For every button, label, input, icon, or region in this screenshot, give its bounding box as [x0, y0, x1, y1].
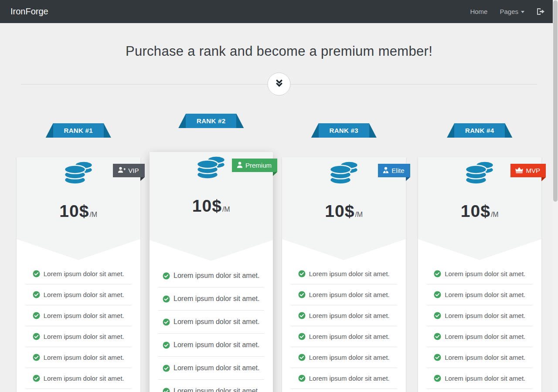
feature-item: Lorem ipsum dolor sit amet.	[427, 284, 533, 305]
feature-item: Lorem ipsum dolor sit amet.	[427, 389, 533, 392]
nav-link-home[interactable]: Home	[470, 8, 487, 15]
feature-list: Lorem ipsum dolor sit amet. Lorem ipsum …	[282, 260, 406, 392]
card-body: MVP 10$	[418, 157, 542, 392]
feature-text: Lorem ipsum dolor sit amet.	[445, 270, 525, 277]
rank-label: RANK #1	[53, 123, 104, 138]
check-circle-icon	[33, 333, 40, 340]
feature-item: Lorem ipsum dolor sit amet.	[25, 368, 132, 389]
feature-text: Lorem ipsum dolor sit amet.	[44, 375, 124, 382]
badge-fold	[406, 177, 410, 181]
price-period: /M	[89, 211, 97, 219]
nav-link-pages[interactable]: Pages	[500, 8, 524, 15]
feature-item: Lorem ipsum dolor sit amet.	[427, 305, 533, 326]
badge-label: Elite	[391, 167, 404, 174]
feature-item: Lorem ipsum dolor sit amet.	[158, 357, 265, 380]
brand-logo[interactable]: IronForge	[10, 7, 48, 17]
feature-item: Lorem ipsum dolor sit amet.	[25, 305, 132, 326]
price: 10$ /M	[418, 202, 542, 221]
navbar-links: Home Pages	[470, 8, 545, 15]
price-amount: 10$	[192, 196, 222, 216]
check-circle-icon	[163, 295, 170, 303]
feature-text: Lorem ipsum dolor sit amet.	[445, 354, 525, 361]
chevron-down-icon	[521, 11, 524, 13]
feature-text: Lorem ipsum dolor sit amet.	[174, 295, 259, 303]
feature-text: Lorem ipsum dolor sit amet.	[445, 333, 525, 340]
feature-item: Lorem ipsum dolor sit amet.	[158, 287, 265, 311]
rank-label: RANK #2	[186, 114, 236, 128]
card-body: VIP 10$	[17, 157, 140, 392]
check-circle-icon	[163, 341, 170, 349]
scroll-down-button[interactable]	[268, 73, 291, 96]
scrollbar[interactable]	[553, 0, 558, 392]
feature-text: Lorem ipsum dolor sit amet.	[445, 375, 525, 382]
feature-item: Lorem ipsum dolor sit amet.	[427, 326, 533, 347]
rank-badge: Premium	[232, 159, 277, 172]
feature-item: Lorem ipsum dolor sit amet.	[158, 311, 265, 334]
nav-link-home-label: Home	[470, 8, 487, 15]
rank-ribbon: RANK #3	[311, 123, 377, 138]
badge-label: VIP	[128, 167, 139, 174]
pricing-card: RANK #1 VIP	[17, 123, 140, 392]
pricing-card: RANK #3 Elite	[282, 123, 406, 392]
feature-list: Lorem ipsum dolor sit amet. Lorem ipsum …	[150, 261, 273, 392]
feature-text: Lorem ipsum dolor sit amet.	[309, 312, 390, 319]
feature-list: Lorem ipsum dolor sit amet. Lorem ipsum …	[17, 260, 140, 392]
feature-item: Lorem ipsum dolor sit amet.	[291, 264, 397, 284]
feature-item: Lorem ipsum dolor sit amet.	[25, 264, 132, 284]
page-title: Purchase a rank and become a premium mem…	[0, 44, 558, 59]
feature-text: Lorem ipsum dolor sit amet.	[309, 291, 390, 298]
feature-text: Lorem ipsum dolor sit amet.	[44, 312, 124, 319]
feature-item: Lorem ipsum dolor sit amet.	[291, 284, 397, 305]
feature-item: Lorem ipsum dolor sit amet.	[427, 347, 533, 368]
navbar: IronForge Home Pages	[0, 0, 558, 23]
badge-fold	[273, 172, 277, 176]
feature-text: Lorem ipsum dolor sit amet.	[309, 270, 390, 277]
check-circle-icon	[298, 312, 306, 319]
feature-item: Lorem ipsum dolor sit amet.	[291, 368, 397, 389]
check-circle-icon	[434, 312, 441, 319]
pricing-card: RANK #2 Premium	[150, 114, 273, 392]
check-circle-icon	[298, 354, 306, 361]
feature-item: Lorem ipsum dolor sit amet.	[25, 389, 132, 392]
check-circle-icon	[33, 270, 40, 277]
rank-ribbon: RANK #2	[178, 114, 244, 128]
user-tie-icon	[383, 167, 389, 175]
price-period: /M	[222, 206, 230, 213]
rank-badge: MVP	[510, 164, 546, 177]
price-amount: 10$	[59, 202, 89, 221]
feature-text: Lorem ipsum dolor sit amet.	[174, 364, 259, 372]
feature-item: Lorem ipsum dolor sit amet.	[291, 326, 397, 347]
feature-item: Lorem ipsum dolor sit amet.	[427, 368, 533, 389]
feature-list: Lorem ipsum dolor sit amet. Lorem ipsum …	[418, 260, 542, 392]
rank-label: RANK #4	[454, 123, 505, 138]
check-circle-icon	[298, 291, 306, 298]
check-circle-icon	[163, 388, 170, 392]
feature-item: Lorem ipsum dolor sit amet.	[25, 284, 132, 305]
user-icon	[237, 162, 243, 169]
check-circle-icon	[33, 354, 40, 361]
rank-badge: VIP	[113, 164, 144, 177]
feature-text: Lorem ipsum dolor sit amet.	[174, 387, 259, 392]
sign-out-button[interactable]	[537, 8, 545, 15]
check-circle-icon	[33, 291, 40, 298]
feature-text: Lorem ipsum dolor sit amet.	[44, 354, 124, 361]
feature-text: Lorem ipsum dolor sit amet.	[174, 341, 259, 349]
check-circle-icon	[434, 270, 441, 277]
feature-text: Lorem ipsum dolor sit amet.	[174, 318, 259, 326]
feature-item: Lorem ipsum dolor sit amet.	[427, 264, 533, 284]
feature-text: Lorem ipsum dolor sit amet.	[309, 333, 390, 340]
check-circle-icon	[434, 291, 441, 298]
rank-ribbon: RANK #4	[447, 123, 512, 138]
feature-item: Lorem ipsum dolor sit amet.	[291, 389, 397, 392]
nav-link-pages-label: Pages	[500, 8, 518, 15]
badge-fold	[541, 177, 546, 181]
check-circle-icon	[434, 354, 441, 361]
rank-label: RANK #3	[319, 123, 369, 138]
scrollbar-thumb[interactable]	[553, 0, 558, 202]
check-circle-icon	[434, 333, 441, 340]
feature-text: Lorem ipsum dolor sit amet.	[309, 375, 390, 382]
feature-text: Lorem ipsum dolor sit amet.	[44, 333, 124, 340]
feature-item: Lorem ipsum dolor sit amet.	[158, 264, 265, 287]
badge-fold	[140, 177, 145, 181]
check-circle-icon	[163, 318, 170, 326]
